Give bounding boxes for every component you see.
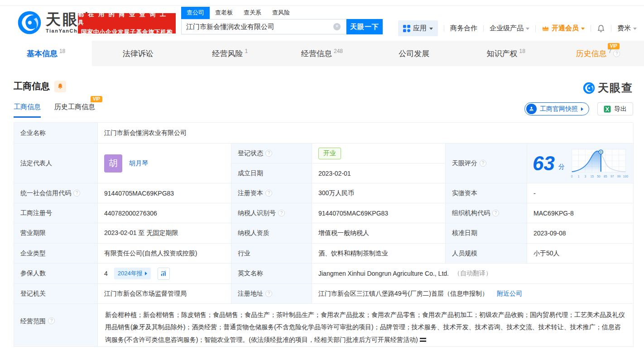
tab-legal-proceedings[interactable]: 法律诉讼 [92, 41, 184, 66]
slogan-line1: 都 在 用 的 商 业 查 询 工 具 [78, 10, 176, 27]
company-nav-tabs: 基本信息 18 法律诉讼 经营风险 1 经营信息 248 公司发展 知识产权 1… [0, 41, 644, 66]
user-menu[interactable]: 费米 [617, 24, 637, 33]
tick: 85 [604, 174, 607, 177]
chevron-down-icon [633, 28, 637, 30]
field-value-approval-date: 2023-09-08 [527, 223, 634, 244]
tab-company-development[interactable]: 公司发展 [368, 41, 460, 66]
tianyancha-swirl-icon [583, 82, 595, 94]
tick: 99 [617, 174, 621, 177]
tab-business-risk[interactable]: 经营风险 1 [184, 41, 276, 66]
field-value-taxpayer-quality: 增值税一般纳税人 [312, 223, 446, 244]
tab-business-info[interactable]: 经营信息 248 [276, 41, 368, 66]
field-value-credit-code: 91440705MAC69KPG83 [98, 183, 231, 203]
export-button[interactable]: 导出 [597, 102, 633, 115]
tick: 50 [597, 174, 601, 177]
subscribe-button[interactable] [54, 81, 66, 92]
field-label-registered-address: 注册地址 [231, 284, 312, 304]
field-value-registration-number: 440782000276306 [98, 203, 231, 223]
tick: 3 [584, 174, 586, 177]
tab-count: 7 [609, 48, 612, 54]
field-label-registration-number: 工商注册号 [14, 203, 98, 223]
help-icon[interactable] [73, 190, 80, 197]
enterprise-label: 企业级产品 [490, 24, 524, 33]
business-scope-text: 新会柑种植；新会柑销售；陈皮销售；食品销售；食品生产；茶叶制品生产；食用农产品批… [105, 311, 625, 343]
notifications-button[interactable] [597, 24, 605, 33]
label-text: 统一社会信用代码 [20, 189, 71, 197]
field-value-registered-address: 江门市新会区三江镇八堡路49号(厂房二)首层（信息申报制） 附近公司 [312, 284, 634, 304]
arrow-right-icon [145, 272, 147, 275]
tab-label: 经营风险 [212, 48, 243, 59]
search-input[interactable] [181, 19, 346, 34]
bell-orange-icon [57, 83, 63, 90]
tab-label: 历史信息 [576, 48, 607, 59]
field-label-taxpayer-quality: 纳税人资质 [231, 223, 312, 244]
search-tab-risk[interactable]: 查风险 [267, 7, 295, 19]
help-icon[interactable] [278, 210, 285, 216]
search-tabs: 查公司 查老板 查关系 查风险 [181, 7, 383, 19]
help-icon[interactable] [613, 50, 620, 57]
open-vip-menu[interactable]: 开通会员 [542, 24, 585, 33]
tick: 15 [590, 174, 594, 177]
nearby-companies-link[interactable]: 附近公司 [497, 290, 522, 298]
field-label-company-type: 企业类型 [14, 244, 98, 264]
collapse-icon[interactable] [420, 338, 426, 342]
field-value-legal-representative: 胡 胡月琴 [98, 144, 231, 183]
help-icon[interactable] [48, 317, 55, 324]
trend-chart-button[interactable] [158, 268, 170, 280]
help-icon[interactable] [265, 190, 272, 197]
tab-count: 1 [245, 48, 248, 54]
tab-label: 基本信息 [27, 48, 58, 59]
apps-menu[interactable]: 应用 [398, 20, 438, 36]
subtab-business-registration[interactable]: 工商信息 [14, 103, 41, 118]
score-distribution-chart: 0 1 3 15 50 85 97 99 100 [568, 147, 629, 180]
chevron-down-icon [429, 28, 433, 30]
cooperation-label: 商务合作 [450, 24, 477, 33]
field-value-company-type: 有限责任公司(自然人投资或控股) [98, 244, 231, 264]
subtabs: 工商信息 VIP历史工商信息 [14, 103, 95, 118]
section-actions: 工商官网快照 导出 [524, 102, 633, 115]
help-icon[interactable] [265, 150, 272, 157]
bell-icon [597, 24, 605, 33]
tab-count: 18 [519, 48, 525, 54]
help-icon[interactable] [480, 160, 486, 167]
search-tab-relation[interactable]: 查关系 [238, 7, 267, 19]
tianyan-score-cell: 63 分 [527, 144, 634, 183]
field-value-establish-date: 2023-02-01 [312, 163, 446, 183]
official-snapshot-button[interactable]: 工商官网快照 [524, 102, 589, 115]
subtab-label: 历史工商信息 [54, 103, 95, 110]
vip-badge: VIP [91, 96, 102, 102]
label-text: 注册地址 [238, 290, 263, 298]
score-unit: 分 [558, 163, 565, 171]
business-cooperation-link[interactable]: 商务合作 [450, 24, 477, 33]
help-icon[interactable] [265, 290, 272, 297]
tab-history-info[interactable]: VIP 历史信息 7 [552, 41, 644, 66]
search-tab-boss[interactable]: 查老板 [210, 7, 238, 19]
english-name-text: Jiangmen Xinhui Dongrun Agriculture Co.,… [318, 270, 449, 277]
legal-representative-link[interactable]: 胡月琴 [129, 159, 148, 168]
tab-basic-info[interactable]: 基本信息 18 [0, 41, 92, 66]
field-label-business-term: 营业期限 [14, 223, 98, 244]
label-text: 纳税人识别号 [238, 209, 276, 217]
open-vip-label: 开通会员 [552, 24, 579, 33]
subtab-history-registration[interactable]: VIP历史工商信息 [54, 103, 95, 118]
top-navigation: 应用 商务合作 企业级产品 开通会员 [398, 20, 637, 36]
search-button[interactable]: 天眼一下 [346, 19, 383, 34]
auto-translate-note: （自动翻译） [454, 269, 492, 278]
clear-icon[interactable] [333, 23, 341, 30]
field-value-business-term: 2023-02-01 至 无固定期限 [98, 223, 231, 244]
chevron-down-icon [581, 28, 585, 30]
search-tab-company[interactable]: 查公司 [181, 7, 210, 19]
username: 费米 [617, 24, 631, 33]
tab-intellectual-property[interactable]: 知识产权 18 [460, 41, 552, 66]
tick: 100 [623, 174, 628, 177]
stamp-icon [526, 104, 537, 114]
watermark-brand: 天眼查 [598, 81, 633, 95]
enterprise-products-menu[interactable]: 企业级产品 [490, 24, 529, 33]
annual-report-badge[interactable]: 2024年报 [114, 268, 151, 279]
field-label-org-code: 组织机构代码 [446, 203, 527, 223]
label-text: 组织机构代码 [452, 209, 490, 217]
field-value-taxpayer-id: 91440705MAC69KPG83 [312, 203, 446, 223]
avatar[interactable]: 胡 [104, 154, 122, 173]
help-icon[interactable] [492, 210, 499, 216]
field-label-legal-representative: 法定代表人 [14, 144, 98, 183]
